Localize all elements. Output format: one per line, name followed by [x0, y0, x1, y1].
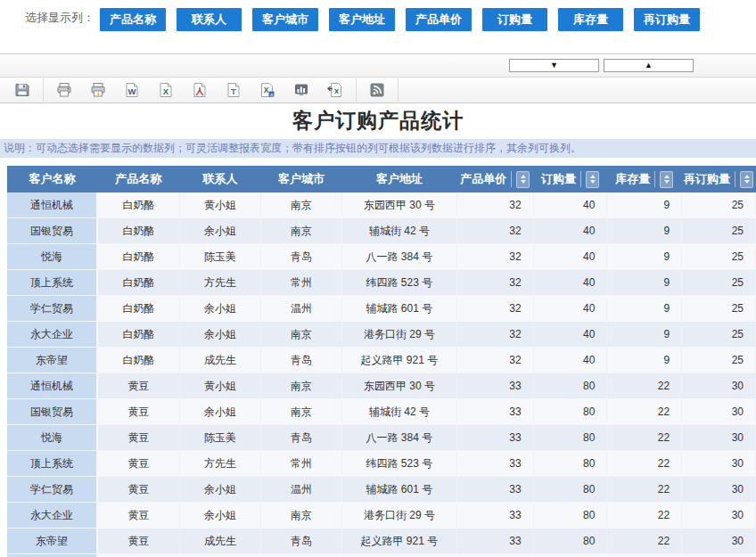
sort-button[interactable]	[586, 171, 599, 188]
column-header[interactable]: 客户地址	[341, 166, 456, 192]
svg-text:T: T	[231, 86, 236, 96]
table-cell: 方先生	[180, 270, 261, 296]
print-icon[interactable]	[55, 81, 73, 99]
table-cell: 南京	[261, 218, 342, 244]
column-header-label: 订购量	[541, 171, 576, 187]
table-cell: 25	[682, 244, 756, 270]
table-cell: 9	[607, 192, 682, 218]
table-cell: 东园西甲 30 号	[341, 192, 456, 218]
column-header-inner: 客户城市	[261, 166, 342, 192]
table-cell: 国银贸易	[7, 218, 97, 244]
column-toggle-button[interactable]: 库存量	[558, 8, 623, 31]
sort-up-icon	[521, 175, 526, 178]
column-header-inner: 客户名称	[7, 166, 97, 192]
svg-text:W: W	[128, 86, 136, 96]
svg-text:x: x	[334, 86, 339, 95]
save-icon[interactable]	[13, 81, 31, 99]
data-analysis-icon[interactable]	[292, 81, 310, 99]
table-cell: 22	[607, 373, 682, 399]
column-header[interactable]: 客户名称	[7, 166, 97, 192]
table-cell: 40	[533, 296, 607, 322]
table-cell: 南京	[261, 503, 342, 528]
table-cell: 30	[682, 425, 756, 451]
table-cell: 青岛	[261, 528, 342, 554]
column-header[interactable]: 产品单价	[456, 166, 533, 192]
table-row: 东帝望白奶酪成先生青岛起义路甲 921 号3240925	[7, 348, 756, 373]
table-cell: 辅城街 42 号	[341, 399, 456, 425]
table-cell: 青岛	[261, 425, 342, 451]
column-toggle-button[interactable]: 联系人	[177, 8, 242, 31]
sort-button[interactable]	[516, 171, 530, 188]
table-cell: 32	[456, 270, 533, 296]
table-cell: 学仁贸易	[7, 296, 97, 322]
table-cell: 9	[607, 244, 682, 270]
table-cell: 黄豆	[97, 399, 180, 425]
report-title: 客户订购产品统计	[0, 107, 756, 134]
column-toggle-button[interactable]: 客户地址	[329, 8, 395, 31]
table-cell: 32	[456, 192, 533, 218]
report-area: 客户订购产品统计 说明：可动态选择需要显示的数据列；可灵活调整报表宽度；带有排序…	[0, 107, 756, 557]
column-toggle-button[interactable]: 再订购量	[634, 8, 700, 31]
table-cell: 40	[533, 244, 607, 270]
column-header-inner: 产品单价	[456, 166, 533, 192]
table-cell: 黄豆	[97, 373, 180, 399]
table-cell: 黄豆	[97, 425, 180, 451]
sort-button[interactable]	[660, 171, 673, 188]
table-row: 悦海黄豆陈玉美青岛八一路 384 号33802230	[7, 425, 756, 451]
collapse-up-control[interactable]: ▲	[604, 59, 694, 72]
column-header[interactable]: 订购量	[533, 166, 607, 192]
table-cell: 22	[607, 399, 682, 425]
flash-print-icon[interactable]	[89, 81, 107, 99]
sort-down-icon	[521, 180, 526, 184]
toolbar-separator	[43, 78, 44, 102]
table-cell: 白奶酪	[97, 192, 180, 218]
data-table: 客户名称产品名称联系人客户城市客户地址产品单价订购量库存量再订购量 通恒机械白奶…	[7, 166, 756, 554]
table-cell: 东帝望	[7, 528, 97, 554]
column-header-label: 客户城市	[278, 171, 325, 187]
table-cell: 常州	[261, 451, 342, 477]
table-cell: 顶上系统	[7, 451, 97, 477]
table-cell: 辅城路 601 号	[341, 477, 456, 503]
collapse-down-control[interactable]: ▼	[509, 59, 599, 72]
toolbar-separator	[356, 78, 357, 102]
header-row: 客户名称产品名称联系人客户城市客户地址产品单价订购量库存量再订购量	[7, 166, 756, 192]
excel-import-icon[interactable]: x	[326, 81, 344, 99]
excel-paged-export-icon[interactable]: Xa	[259, 81, 276, 99]
header-separator	[654, 171, 655, 187]
pdf-export-icon[interactable]	[191, 81, 209, 99]
table-cell: 30	[682, 477, 756, 503]
table-cell: 黄小姐	[180, 192, 261, 218]
column-header[interactable]: 再订购量	[682, 166, 756, 192]
table-cell: 80	[533, 373, 607, 399]
excel-export-icon[interactable]: X	[157, 81, 175, 99]
table-cell: 东帝望	[7, 348, 97, 373]
table-cell: 白奶酪	[97, 270, 180, 296]
column-header[interactable]: 联系人	[180, 166, 261, 192]
column-header-label: 产品名称	[115, 171, 161, 187]
column-header-label: 库存量	[615, 171, 650, 187]
table-cell: 南京	[261, 399, 342, 425]
table-cell: 港务口街 29 号	[341, 322, 456, 348]
column-header-inner: 库存量	[607, 166, 682, 192]
page: 选择显示列： 产品名称联系人客户城市客户地址产品单价订购量库存量再订购量 ▼ ▲…	[0, 0, 756, 557]
table-cell: 9	[607, 218, 682, 244]
column-toggle-button[interactable]: 产品名称	[100, 8, 166, 31]
table-cell: 40	[533, 192, 607, 218]
table-cell: 东园西甲 30 号	[341, 373, 456, 399]
column-toggle-button[interactable]: 客户城市	[252, 8, 318, 31]
column-toggle-button[interactable]: 订购量	[482, 8, 547, 31]
column-header[interactable]: 产品名称	[97, 166, 180, 192]
table-row: 通恒机械白奶酪黄小姐南京东园西甲 30 号3240925	[7, 192, 756, 218]
word-export-icon[interactable]: W	[123, 81, 141, 99]
column-selector-bar: 选择显示列： 产品名称联系人客户城市客户地址产品单价订购量库存量再订购量	[0, 0, 756, 53]
sort-down-icon	[590, 180, 596, 184]
text-export-icon[interactable]: T	[225, 81, 242, 99]
table-cell: 悦海	[7, 425, 97, 451]
column-header[interactable]: 库存量	[607, 166, 682, 192]
table-cell: 起义路甲 921 号	[341, 528, 456, 554]
rss-icon[interactable]	[368, 81, 386, 99]
column-toggle-button[interactable]: 产品单价	[406, 8, 472, 31]
column-header[interactable]: 客户城市	[261, 166, 342, 192]
svg-text:X: X	[264, 86, 269, 94]
sort-button[interactable]	[740, 171, 753, 188]
